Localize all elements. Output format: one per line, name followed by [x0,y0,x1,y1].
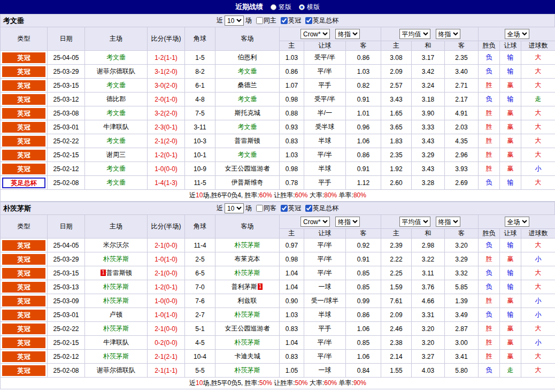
handicap-line: 半球 [304,134,346,148]
odds-home: 1.03 [280,51,304,65]
matches-table: 类型 日期 主场 比分(半场) 角球 客场 Crow* 终指 平均值 终指 [0,214,555,389]
scope-select[interactable]: 全场 [505,217,529,227]
odds-away: 0.96 [346,120,381,134]
handicap-result: 输 [500,65,521,79]
league-filter-facup[interactable]: 英足总杯 [303,204,338,213]
odds-away: 1.12 [346,176,381,190]
avg-home: 2.46 [381,322,412,336]
avg-home: 2.22 [381,252,412,266]
outcome-result: 负 [479,308,500,322]
match-type: 英冠 [1,65,48,79]
home-team: 考文垂 [85,51,148,65]
match-date: 25-03-29 [48,65,85,79]
match-row: 英冠25-02-22朴茨茅斯2-1(0-0)5-1女王公园巡游者0.83平手1.… [1,322,555,336]
outcome-result: 负 [479,93,500,106]
final-index-select-2[interactable]: 终指 [436,217,460,227]
match-row: 英足总杯25-02-08考文垂1-4(1-3)11-5伊普斯维奇0.78平手1.… [1,176,555,190]
outcome-result: 负 [479,51,500,65]
league-filter-facup[interactable]: 英足总杯 [303,16,338,25]
avg-away: 1.39 [445,294,479,308]
home-team: 牛津联队 [85,336,148,350]
sub-handicap: 让球 [304,41,346,51]
handicap-line: 一球 [304,364,346,378]
same-venue-input[interactable] [256,205,263,212]
handicap-result: 输 [500,93,521,106]
match-score: 1-0(1-0) [148,308,185,322]
final-index-select[interactable]: 终指 [335,29,360,39]
match-type: 英冠 [1,336,48,350]
matches-table: 类型 日期 主场 比分(半场) 角球 客场 Crow* 终指 平均值 终指 [0,27,555,202]
odds-company-select[interactable]: Crow* [300,29,330,39]
summary-segment: 90% [353,379,366,387]
summary-segment: 近 [189,379,196,387]
same-venue-input[interactable] [256,17,263,24]
match-row: 英冠25-03-13朴茨茅斯1-2(0-1)7-0普利茅斯11.04一球0.85… [1,280,555,294]
recent-count-select[interactable]: 10 [225,203,244,213]
handicap-line: 受平/半 [304,51,346,65]
final-index-select[interactable]: 终指 [335,217,360,227]
home-team: 谢周三 [85,148,148,162]
championship-input[interactable] [281,205,288,212]
recent-count-select[interactable]: 10 [225,16,244,26]
outcome-result: 胜 [479,79,500,93]
radio-vertical-icon[interactable] [271,4,276,10]
facup-input[interactable] [305,205,312,212]
team-label: 考文垂 [106,109,126,117]
odds-away: 0.86 [346,51,381,65]
match-type: 英冠 [1,239,48,252]
league-filter-championship[interactable]: 英冠 [278,204,301,213]
radio-horizontal-icon[interactable] [299,4,305,10]
championship-input[interactable] [281,17,288,24]
match-row: 英冠25-03-09朴茨茅斯1-0(0-0)7-6利兹联0.90受一/球半0.9… [1,294,555,308]
sub-avg-away: 客 [445,41,479,51]
odds-home: 1.03 [280,308,304,322]
handicap-line: 受一/球半 [304,294,346,308]
scope-select[interactable]: 全场 [505,29,529,39]
average-select[interactable]: 平均值 [399,217,430,227]
layout-option-horizontal[interactable]: 横版 [299,3,320,12]
team-label: 朴茨茅斯 [235,269,260,276]
corner-score: 2-5 [185,252,215,266]
red-card-badge: 1 [258,283,263,290]
match-date: 25-02-15 [48,336,85,350]
league-filter-championship[interactable]: 英冠 [278,16,301,25]
match-date: 25-03-01 [48,120,85,134]
facup-input[interactable] [305,17,312,24]
final-index-select-2[interactable]: 终指 [436,29,460,39]
average-select[interactable]: 平均值 [399,29,430,39]
handicap-result: 赢 [500,79,521,93]
summary-segment: 10 [196,191,203,199]
match-date: 25-02-12 [48,162,85,176]
home-team: 朴茨茅斯 [85,294,148,308]
match-score: 1-2(1-1) [148,51,185,65]
same-venue-checkbox[interactable]: 同客 [253,204,276,213]
col-home: 主场 [85,215,148,239]
avg-home: 7.61 [381,294,412,308]
league-badge: 英冠 [2,122,45,133]
odds-home: 0.86 [280,65,304,79]
layout-option-vertical[interactable]: 竖版 [271,3,291,12]
match-type: 英冠 [1,162,48,176]
same-venue-checkbox[interactable]: 同主 [253,16,276,25]
league-badge: 英冠 [2,136,45,147]
handicap-line: 平手 [304,79,346,93]
odds-company-select[interactable]: Crow* [300,217,330,227]
avg-draw: 3.90 [412,106,445,120]
avg-away: 3.32 [445,266,479,280]
odds-away: 0.86 [346,308,381,322]
team-label: 卡迪夫城 [235,352,260,360]
match-date: 25-03-08 [48,106,85,120]
goals-result: 大 [521,134,555,148]
match-date: 25-02-08 [48,364,85,378]
avg-draw: 3.42 [412,65,445,79]
team-name: 朴茨茅斯 [1,204,31,213]
home-team: 考文垂 [85,79,148,93]
match-row: 英冠25-02-15牛津联队0-2(0-0)4-5朴茨茅斯1.04平/半0.85… [1,336,555,350]
away-team: 考文垂 [215,93,280,106]
corner-score: 2-7 [185,308,215,322]
team-label: 考文垂 [106,179,126,186]
match-date: 25-03-13 [48,280,85,294]
handicap-line: 受平/半 [304,93,346,106]
match-score: 1-2(0-1) [148,280,185,294]
page-title: 近期战绩 [235,2,263,12]
